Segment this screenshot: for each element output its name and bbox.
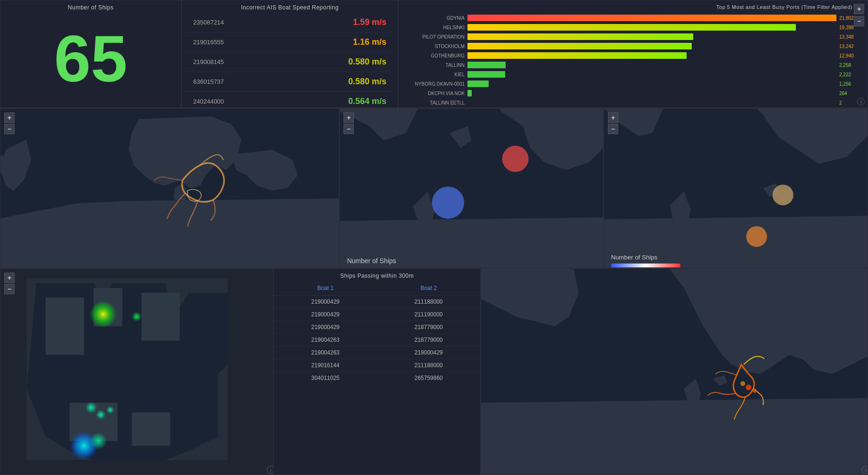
port-traffic-right-controls: + − xyxy=(608,113,618,134)
passing-boat2: 211190000 xyxy=(377,308,480,321)
ais-title: Incorrect AIS Boat Speed Reporting xyxy=(186,0,394,13)
top-row: Number of Ships 65 Incorrect AIS Boat Sp… xyxy=(0,0,868,108)
port-bar-row: GOTHENBURG12,940 xyxy=(406,51,860,60)
port-name: GDYNIA xyxy=(406,16,467,21)
port-name: KIEL xyxy=(406,72,467,77)
svg-point-14 xyxy=(746,226,767,247)
passing-col1-header: Boat 1 xyxy=(274,281,377,296)
passing-panel: Ships Passing within 300m + − Boat 1 Boa… xyxy=(273,268,481,475)
port-bar-container xyxy=(467,24,836,31)
port-value: 13,242 xyxy=(839,44,860,49)
ships-300-svg: i xyxy=(0,269,273,475)
port-bar-row: DKCPH VIA NOK264 xyxy=(406,89,860,97)
port-name: NYBORG DKAVN-0001 xyxy=(406,81,467,87)
svg-text:Number of Ships: Number of Ships xyxy=(611,254,658,261)
ais-mmsi-0: 235087214 xyxy=(193,19,224,26)
port-right-zoom-in[interactable]: + xyxy=(608,113,618,123)
ships-count-title: Number of Ships xyxy=(0,0,181,13)
svg-point-33 xyxy=(106,406,114,414)
svg-point-35 xyxy=(90,433,107,450)
port-name: DKCPH VIA NOK xyxy=(406,91,467,96)
svg-point-4 xyxy=(502,145,529,172)
ais-speed-3: 0.580 m/s xyxy=(348,77,386,87)
svg-point-39 xyxy=(745,385,751,390)
passing-table: Boat 1 Boat 2 21900042921118800021900042… xyxy=(274,281,480,384)
svg-point-29 xyxy=(90,301,116,328)
port-bar-row: PILOT OPERATION13,348 xyxy=(406,32,860,41)
table-row: 304011025265759860 xyxy=(274,372,480,385)
svg-text:Number of Ships: Number of Ships xyxy=(347,257,396,265)
port-value: 12,940 xyxy=(839,53,860,58)
table-row: 219000429211188000 xyxy=(274,296,480,308)
port-right-zoom-out[interactable]: − xyxy=(608,124,618,134)
port-bar xyxy=(467,90,472,97)
port-value: 2,222 xyxy=(839,72,860,77)
port-name: STOCKHOLM xyxy=(406,44,467,49)
table-row: 219004263218779000 xyxy=(274,334,480,346)
port-bar xyxy=(467,24,796,31)
port-traffic-right-svg: 44 49 Number of Ships i xyxy=(604,109,868,267)
ports-title: Top 5 Most and Least Busy Ports (Time Fi… xyxy=(402,2,864,12)
passing-boat1: 219004263 xyxy=(274,346,377,359)
svg-point-32 xyxy=(96,410,106,419)
ais-panel: Incorrect AIS Boat Speed Reporting 23508… xyxy=(181,0,398,108)
svg-point-30 xyxy=(132,312,141,321)
passing-col2-header: Boat 2 xyxy=(377,281,480,296)
port-bar-row: HELSINKI19,398 xyxy=(406,23,860,32)
passing-boat2: 218779000 xyxy=(377,334,480,346)
ais-mmsi-3: 636015737 xyxy=(193,78,224,85)
passing-boat1: 219004263 xyxy=(274,334,377,346)
ships-count-panel: Number of Ships 65 xyxy=(0,0,181,108)
passing-boat1: 219016144 xyxy=(274,359,377,372)
svg-point-31 xyxy=(85,402,97,413)
port-bar-container xyxy=(467,71,836,78)
svg-rect-23 xyxy=(46,298,84,355)
port-bar-container xyxy=(467,15,836,21)
svg-text:i: i xyxy=(270,468,271,473)
svg-point-13 xyxy=(772,185,793,205)
passing-boat1: 304011025 xyxy=(274,372,377,385)
table-row: 219000429211190000 xyxy=(274,308,480,321)
bot-row: Ships within 300m + − xyxy=(0,268,868,475)
ships-count-number: 65 xyxy=(54,26,128,92)
port-bar xyxy=(467,43,692,49)
port-value: 1,256 xyxy=(839,81,860,87)
port-bar xyxy=(467,81,489,87)
svg-rect-15 xyxy=(611,264,680,267)
svg-rect-25 xyxy=(141,293,180,341)
port-left-zoom-out[interactable]: − xyxy=(344,124,354,134)
ais-speed-1: 1.16 m/s xyxy=(353,37,386,47)
port-bar-row: KIEL2,222 xyxy=(406,70,860,79)
ais-row-1: 219016555 1.16 m/s xyxy=(186,32,394,52)
port-bar-row: GDYNIA21,802 xyxy=(406,14,860,22)
ais-row-2: 219008145 0.580 m/s xyxy=(186,52,394,72)
port-name: PILOT OPERATION xyxy=(406,34,467,40)
port-bar-container xyxy=(467,33,836,40)
svg-text:i: i xyxy=(865,468,866,473)
port-bar xyxy=(467,62,506,68)
port-left-zoom-in[interactable]: + xyxy=(344,113,354,123)
port-name: TALLINN xyxy=(406,63,467,68)
route-zoom-out[interactable]: − xyxy=(4,124,15,134)
port-bar xyxy=(467,15,836,21)
route-map-svg: i xyxy=(0,109,339,267)
passing-boat2: 218779000 xyxy=(377,321,480,334)
info-icon-ports[interactable]: i xyxy=(857,98,865,105)
route-zoom-in[interactable]: + xyxy=(4,113,15,123)
svg-point-40 xyxy=(753,389,757,393)
passing-boat2: 211188000 xyxy=(377,296,480,308)
port-bar-container xyxy=(467,99,836,106)
passing-boat1: 219000429 xyxy=(274,308,377,321)
port-bar-row: NYBORG DKAVN-00011,256 xyxy=(406,80,860,88)
port-name: TALLINN EETLL xyxy=(406,100,467,105)
port-bar xyxy=(467,52,687,59)
ships-300-zoom-in[interactable]: + xyxy=(4,273,15,283)
port-bar-container xyxy=(467,52,836,59)
ships-300-zoom-out[interactable]: − xyxy=(4,284,15,294)
class-b-svg: i xyxy=(481,269,868,475)
port-bar-row: TALLINN2,258 xyxy=(406,61,860,69)
port-traffic-left-controls: + − xyxy=(344,113,354,134)
passing-boat2: 211188000 xyxy=(377,359,480,372)
port-value: 13,348 xyxy=(839,34,860,40)
port-traffic-left-panel: Port Traffic + − xyxy=(339,108,604,268)
